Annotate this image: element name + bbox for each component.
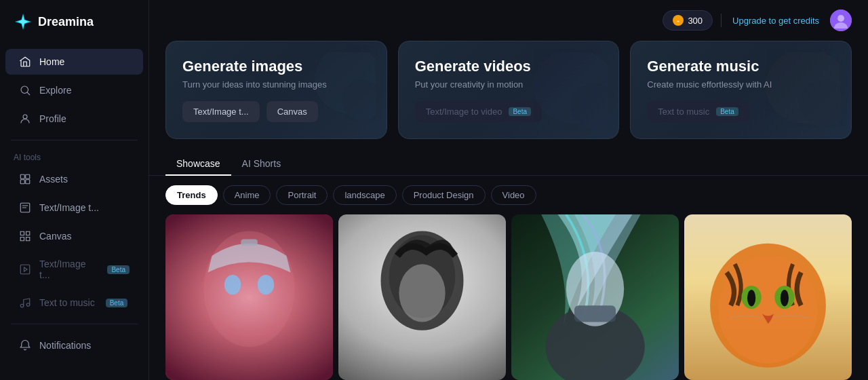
grid-item-2[interactable] [338,214,506,380]
grid-image-4 [684,214,852,380]
music-beta-badge: Beta [106,299,128,307]
svg-point-12 [26,303,30,307]
upgrade-button[interactable]: Upgrade to get credits [730,12,822,30]
card-videos-decoration [513,52,608,136]
sidebar-item-text-to-music[interactable]: Text to music Beta [5,290,143,316]
svg-point-16 [837,15,844,22]
sidebar-item-textimage-video[interactable]: Text/Image t... Beta [5,252,143,287]
svg-rect-27 [241,240,257,246]
showcase-tabs: Showcase AI Shorts [149,153,868,176]
svg-marker-1 [18,16,28,28]
svg-point-42 [781,290,789,306]
user-avatar[interactable] [830,10,852,31]
svg-rect-7 [26,180,30,184]
generate-videos-card: Generate videos Put your creativity in m… [398,41,620,139]
assets-icon [19,173,31,185]
music-icon [19,297,31,309]
sidebar-item-home-label: Home [39,56,64,67]
text-image-button[interactable]: Text/Image t... [182,101,260,122]
sidebar-divider-2 [11,324,138,324]
logo[interactable]: Dreamina [0,0,149,48]
grid-item-1[interactable] [165,214,333,380]
filter-anime[interactable]: Anime [223,185,271,205]
card-images-decoration [294,52,376,136]
grid-image-2 [338,214,506,380]
svg-point-25 [224,275,241,294]
ai-tools-label: AI tools [0,147,149,165]
credits-coin-icon: + [673,15,684,26]
svg-point-38 [718,256,817,364]
svg-point-2 [21,86,28,94]
main-content: + 300 Upgrade to get credits [149,0,868,380]
tab-ai-shorts[interactable]: AI Shorts [231,153,292,176]
generate-music-card: Generate music Create music effortlessly… [630,41,852,139]
card-music-decoration [745,52,840,136]
sidebar-item-explore[interactable]: Explore [5,77,143,103]
svg-point-41 [747,290,755,306]
svg-marker-10 [24,267,28,271]
sidebar-item-text-to-music-label: Text to music [39,297,95,308]
logo-text: Dreamina [38,15,94,29]
sidebar-item-profile-label: Profile [39,113,66,124]
canvas-icon [19,230,31,242]
grid-image-1 [165,214,333,380]
sidebar-item-assets[interactable]: Assets [5,166,143,192]
sidebar-item-explore-label: Explore [39,85,71,96]
grid-item-4[interactable] [684,214,852,380]
svg-rect-4 [20,174,24,178]
filter-trends[interactable]: Trends [165,185,218,205]
sidebar-item-canvas[interactable]: Canvas [5,223,143,249]
sidebar-item-notifications[interactable]: Notifications [5,332,143,358]
sidebar-item-textimage-label: Text/Image t... [39,202,99,213]
filter-landscape[interactable]: landscape [333,185,396,205]
feature-cards-row: Generate images Turn your ideas into stu… [149,41,868,153]
svg-rect-5 [26,174,30,178]
sidebar-item-textimage[interactable]: Text/Image t... [5,195,143,221]
sidebar: Dreamina Home Explore Profile AI tools [0,0,149,380]
tab-showcase[interactable]: Showcase [165,153,231,176]
grid-image-3 [511,214,679,380]
svg-point-3 [23,115,27,119]
sidebar-item-assets-label: Assets [39,174,68,185]
filter-row: Trends Anime Portrait landscape Product … [149,176,868,214]
filter-product-design[interactable]: Product Design [402,185,486,205]
textimage-video-beta-badge: Beta [107,265,130,274]
filter-portrait[interactable]: Portrait [276,185,328,205]
svg-point-26 [258,275,274,294]
credits-count: 300 [688,16,703,26]
home-icon [19,56,31,68]
svg-text:+: + [677,19,680,23]
sidebar-item-home[interactable]: Home [5,49,143,75]
sidebar-item-profile[interactable]: Profile [5,106,143,132]
sidebar-item-textimage-video-label: Text/Image t... [39,259,96,280]
sidebar-divider-1 [11,140,138,140]
credits-button[interactable]: + 300 [663,10,713,31]
svg-point-11 [20,304,24,307]
sidebar-item-notifications-label: Notifications [39,340,91,351]
header-divider [721,14,722,27]
grid-item-3[interactable] [511,214,679,380]
image-grid [149,214,868,380]
music-card-beta-badge: Beta [716,107,738,116]
svg-rect-35 [574,305,616,322]
svg-point-31 [399,264,445,322]
textimage2-icon [19,263,31,276]
logo-icon [14,12,33,31]
filter-video[interactable]: Video [491,185,536,205]
svg-rect-9 [20,265,30,274]
bell-icon [19,339,31,352]
svg-rect-6 [20,180,24,184]
explore-icon [19,84,31,96]
sidebar-item-canvas-label: Canvas [39,231,71,242]
generate-images-card: Generate images Turn your ideas into stu… [165,41,387,139]
profile-icon [19,113,31,125]
textimage-icon [19,202,31,214]
text-to-music-button[interactable]: Text to music Beta [647,101,749,122]
header: + 300 Upgrade to get credits [149,0,868,41]
